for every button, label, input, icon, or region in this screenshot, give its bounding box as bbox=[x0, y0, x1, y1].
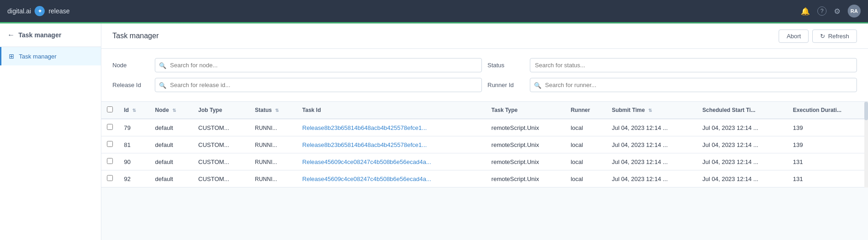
nav-actions: 🔔 ? ⚙ RA bbox=[801, 5, 861, 18]
row-node: default bbox=[150, 153, 193, 170]
task-id-column-header: Task Id bbox=[297, 102, 486, 119]
gear-icon[interactable]: ⚙ bbox=[834, 7, 840, 16]
sidebar-back-label: Task manager bbox=[18, 31, 61, 39]
row-submit-time: Jul 04, 2023 12:14 ... bbox=[606, 119, 697, 136]
submit-time-column-header[interactable]: Submit Time ⇅ bbox=[606, 102, 697, 119]
status-column-header[interactable]: Status ⇅ bbox=[249, 102, 297, 119]
scheduled-start-column-header: Scheduled Start Ti... bbox=[697, 102, 788, 119]
bell-icon[interactable]: 🔔 bbox=[801, 7, 810, 16]
row-task-type: remoteScript.Unix bbox=[486, 153, 565, 170]
row-task-id: Release45609c4ce08247c4b508b6e56ecad4a..… bbox=[297, 170, 486, 187]
row-submit-time: Jul 04, 2023 12:14 ... bbox=[606, 153, 697, 170]
row-status: RUNNI... bbox=[249, 153, 297, 170]
row-job-type: CUSTOM... bbox=[193, 170, 249, 187]
table-row: 79 default CUSTOM... RUNNI... Release8b2… bbox=[101, 119, 868, 136]
id-sort-icon: ⇅ bbox=[132, 108, 136, 113]
row-task-type: remoteScript.Unix bbox=[486, 170, 565, 187]
row-checkbox-90[interactable] bbox=[107, 158, 113, 164]
back-arrow-icon: ← bbox=[7, 31, 15, 39]
release-id-search-input[interactable] bbox=[155, 78, 482, 92]
runner-column-header: Runner bbox=[565, 102, 606, 119]
select-all-checkbox[interactable] bbox=[107, 106, 113, 112]
status-label: Status bbox=[487, 62, 524, 69]
row-task-id: Release8b23b65814b648acb4b425578efce1... bbox=[297, 136, 486, 153]
node-sort-icon: ⇅ bbox=[172, 108, 176, 113]
row-checkbox-cell bbox=[101, 153, 118, 170]
row-job-type: CUSTOM... bbox=[193, 136, 249, 153]
row-runner: local bbox=[565, 153, 606, 170]
execution-duration-column-header: Execution Durati... bbox=[787, 102, 868, 119]
node-search-input[interactable] bbox=[155, 58, 482, 72]
help-icon[interactable]: ? bbox=[817, 6, 827, 16]
row-node: default bbox=[150, 170, 193, 187]
row-checkbox-79[interactable] bbox=[107, 124, 113, 130]
row-scheduled-start: Jul 04, 2023 12:14 ... bbox=[697, 153, 788, 170]
task-type-column-header: Task Type bbox=[486, 102, 565, 119]
status-search-input[interactable] bbox=[530, 58, 857, 72]
row-task-type: remoteScript.Unix bbox=[486, 136, 565, 153]
brand-area: digital.ai ✦ release bbox=[7, 6, 70, 16]
sidebar-back-button[interactable]: ← Task manager bbox=[0, 23, 101, 47]
table-row: 81 default CUSTOM... RUNNI... Release8b2… bbox=[101, 136, 868, 153]
main-content: Task manager Abort ↻ Refresh Node 🔍 bbox=[101, 23, 868, 240]
brand-logo[interactable]: digital.ai bbox=[7, 7, 31, 15]
task-manager-icon: ⊞ bbox=[9, 53, 14, 60]
refresh-button[interactable]: ↻ Refresh bbox=[812, 29, 857, 43]
row-node: default bbox=[150, 136, 193, 153]
refresh-icon: ↻ bbox=[820, 33, 825, 40]
release-id-label: Release Id bbox=[112, 82, 149, 88]
row-checkbox-cell bbox=[101, 119, 118, 136]
runner-id-label: Runner Id bbox=[487, 82, 524, 88]
row-execution-duration: 131 bbox=[787, 153, 868, 170]
row-id: 79 bbox=[118, 119, 150, 136]
node-column-header[interactable]: Node ⇅ bbox=[150, 102, 193, 119]
runner-id-search-icon: 🔍 bbox=[534, 82, 541, 88]
status-input-wrapper bbox=[530, 58, 857, 72]
sidebar-item-label: Task manager bbox=[19, 53, 57, 60]
id-column-header[interactable]: Id ⇅ bbox=[118, 102, 150, 119]
table-row: 90 default CUSTOM... RUNNI... Release456… bbox=[101, 153, 868, 170]
row-scheduled-start: Jul 04, 2023 12:14 ... bbox=[697, 170, 788, 187]
release-icon: ✦ bbox=[35, 6, 45, 16]
row-job-type: CUSTOM... bbox=[193, 119, 249, 136]
task-id-link-90[interactable]: Release45609c4ce08247c4b508b6e56ecad4a..… bbox=[302, 158, 431, 165]
row-runner: local bbox=[565, 170, 606, 187]
table-body: 79 default CUSTOM... RUNNI... Release8b2… bbox=[101, 119, 868, 187]
digital-ai-text: digital.ai bbox=[7, 7, 31, 15]
task-id-link-81[interactable]: Release8b23b65814b648acb4b425578efce1... bbox=[302, 141, 427, 148]
row-checkbox-92[interactable] bbox=[107, 175, 113, 181]
row-checkbox-81[interactable] bbox=[107, 141, 113, 147]
user-avatar[interactable]: RA bbox=[848, 5, 861, 18]
top-nav: digital.ai ✦ release 🔔 ? ⚙ RA bbox=[0, 0, 868, 22]
task-id-link-79[interactable]: Release8b23b65814b648acb4b425578efce1... bbox=[302, 124, 427, 131]
header-actions: Abort ↻ Refresh bbox=[779, 29, 857, 43]
submit-time-sort-icon: ⇅ bbox=[648, 108, 652, 113]
row-runner: local bbox=[565, 119, 606, 136]
table-header-row: Id ⇅ Node ⇅ Job Type Status ⇅ bbox=[101, 102, 868, 119]
row-scheduled-start: Jul 04, 2023 12:14 ... bbox=[697, 119, 788, 136]
runner-id-filter-row: Runner Id 🔍 bbox=[487, 78, 857, 92]
table-header: Id ⇅ Node ⇅ Job Type Status ⇅ bbox=[101, 102, 868, 119]
row-id: 81 bbox=[118, 136, 150, 153]
row-job-type: CUSTOM... bbox=[193, 153, 249, 170]
runner-id-search-input[interactable] bbox=[530, 78, 857, 92]
row-status: RUNNI... bbox=[249, 136, 297, 153]
row-runner: local bbox=[565, 136, 606, 153]
sidebar-item-task-manager[interactable]: ⊞ Task manager bbox=[0, 47, 101, 65]
row-execution-duration: 139 bbox=[787, 136, 868, 153]
release-label: release bbox=[48, 7, 70, 15]
sidebar: ← Task manager ⊞ Task manager bbox=[0, 23, 101, 240]
abort-button[interactable]: Abort bbox=[779, 29, 809, 43]
app-layout: ← Task manager ⊞ Task manager Task manag… bbox=[0, 23, 868, 240]
page-title: Task manager bbox=[112, 32, 159, 40]
row-task-id: Release8b23b65814b648acb4b425578efce1... bbox=[297, 119, 486, 136]
row-submit-time: Jul 04, 2023 12:14 ... bbox=[606, 136, 697, 153]
task-table: Id ⇅ Node ⇅ Job Type Status ⇅ bbox=[101, 102, 868, 187]
select-all-header bbox=[101, 102, 118, 119]
row-scheduled-start: Jul 04, 2023 12:14 ... bbox=[697, 136, 788, 153]
table-section: Id ⇅ Node ⇅ Job Type Status ⇅ bbox=[101, 102, 868, 187]
runner-id-input-wrapper: 🔍 bbox=[530, 78, 857, 92]
task-id-link-92[interactable]: Release45609c4ce08247c4b508b6e56ecad4a..… bbox=[302, 176, 431, 182]
status-filter-row: Status bbox=[487, 58, 857, 72]
release-id-search-icon: 🔍 bbox=[159, 82, 166, 88]
